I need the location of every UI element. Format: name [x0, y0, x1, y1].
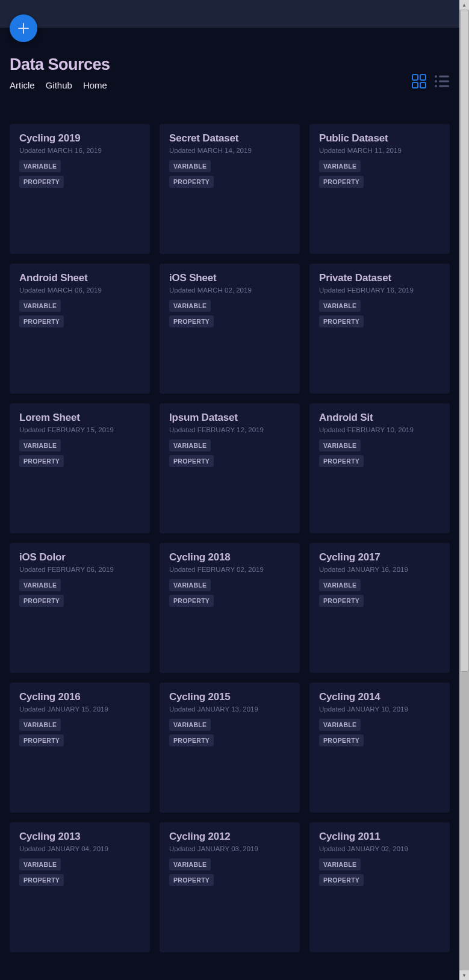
tag-variable: VARIABLE — [19, 439, 61, 451]
card-updated: Updated MARCH 16, 2019 — [19, 147, 140, 154]
data-source-card[interactable]: Cycling 2015Updated JANUARY 13, 2019VARI… — [160, 683, 300, 813]
vertical-scrollbar[interactable]: ▲ ▼ — [459, 0, 469, 980]
tag-variable: VARIABLE — [169, 160, 211, 172]
card-tags: VARIABLEPROPERTY — [169, 160, 290, 188]
data-source-card[interactable]: Cycling 2012Updated JANUARY 03, 2019VARI… — [160, 822, 300, 952]
card-title: Cycling 2016 — [19, 691, 140, 703]
tag-property: PROPERTY — [319, 874, 364, 886]
card-title: Public Dataset — [319, 132, 440, 144]
page-title: Data Sources — [10, 55, 110, 74]
card-tags: VARIABLEPROPERTY — [169, 300, 290, 327]
card-title: Android Sit — [319, 412, 440, 424]
data-source-card[interactable]: Cycling 2017Updated JANUARY 16, 2019VARI… — [309, 543, 450, 673]
svg-rect-7 — [439, 81, 449, 82]
data-source-card[interactable]: Secret DatasetUpdated MARCH 14, 2019VARI… — [160, 124, 300, 254]
data-source-card[interactable]: Public DatasetUpdated MARCH 11, 2019VARI… — [309, 124, 450, 254]
add-button[interactable] — [10, 14, 37, 42]
data-source-card[interactable]: Cycling 2016Updated JANUARY 15, 2019VARI… — [10, 683, 150, 813]
view-toggle — [411, 73, 450, 90]
card-grid: Cycling 2019Updated MARCH 16, 2019VARIAB… — [0, 90, 459, 962]
card-updated: Updated JANUARY 03, 2019 — [169, 845, 290, 852]
tag-variable: VARIABLE — [19, 719, 61, 731]
card-tags: VARIABLEPROPERTY — [319, 300, 440, 327]
svg-rect-9 — [439, 85, 449, 87]
card-title: iOS Dolor — [19, 551, 140, 563]
page-content: Data Sources ArticleGithubHome — [0, 0, 459, 980]
data-source-card[interactable]: Private DatasetUpdated FEBRUARY 16, 2019… — [309, 264, 450, 394]
grid-view-icon — [411, 73, 427, 89]
card-tags: VARIABLEPROPERTY — [19, 439, 140, 467]
tag-property: PROPERTY — [19, 595, 64, 607]
card-updated: Updated MARCH 11, 2019 — [319, 147, 440, 154]
data-source-card[interactable]: Cycling 2011Updated JANUARY 02, 2019VARI… — [309, 822, 450, 952]
card-title: Ipsum Dataset — [169, 412, 290, 424]
svg-point-4 — [435, 75, 437, 78]
tag-property: PROPERTY — [19, 176, 64, 188]
data-source-card[interactable]: Cycling 2018Updated FEBRUARY 02, 2019VAR… — [160, 543, 300, 673]
list-view-icon — [434, 75, 450, 88]
tag-property: PROPERTY — [169, 176, 214, 188]
scroll-down-button[interactable]: ▼ — [459, 970, 469, 980]
card-updated: Updated MARCH 06, 2019 — [19, 287, 140, 294]
card-tags: VARIABLEPROPERTY — [319, 579, 440, 607]
data-source-card[interactable]: iOS SheetUpdated MARCH 02, 2019VARIABLEP… — [160, 264, 300, 394]
card-tags: VARIABLEPROPERTY — [19, 858, 140, 886]
tag-property: PROPERTY — [169, 734, 214, 746]
tag-property: PROPERTY — [169, 874, 214, 886]
card-tags: VARIABLEPROPERTY — [19, 719, 140, 746]
card-title: Android Sheet — [19, 272, 140, 284]
data-source-card[interactable]: Android SitUpdated FEBRUARY 10, 2019VARI… — [309, 403, 450, 533]
card-title: Cycling 2019 — [19, 132, 140, 144]
tag-variable: VARIABLE — [19, 858, 61, 870]
card-title: Private Dataset — [319, 272, 440, 284]
page-header: Data Sources ArticleGithubHome — [0, 28, 459, 90]
card-updated: Updated FEBRUARY 06, 2019 — [19, 566, 140, 573]
nav-link[interactable]: Article — [10, 80, 35, 90]
tag-variable: VARIABLE — [169, 439, 211, 451]
svg-rect-5 — [439, 76, 449, 78]
card-tags: VARIABLEPROPERTY — [19, 300, 140, 327]
card-updated: Updated JANUARY 16, 2019 — [319, 566, 440, 573]
scroll-thumb[interactable] — [460, 10, 468, 672]
card-title: Cycling 2012 — [169, 831, 290, 843]
data-source-card[interactable]: Cycling 2014Updated JANUARY 10, 2019VARI… — [309, 683, 450, 813]
tag-property: PROPERTY — [169, 315, 214, 327]
tag-property: PROPERTY — [19, 874, 64, 886]
svg-rect-0 — [412, 75, 418, 80]
card-updated: Updated JANUARY 15, 2019 — [19, 706, 140, 713]
top-bar — [0, 0, 459, 28]
plus-icon — [18, 23, 29, 34]
data-source-card[interactable]: Cycling 2019Updated MARCH 16, 2019VARIAB… — [10, 124, 150, 254]
list-view-button[interactable] — [434, 75, 450, 88]
card-title: Cycling 2015 — [169, 691, 290, 703]
data-source-card[interactable]: Android SheetUpdated MARCH 06, 2019VARIA… — [10, 264, 150, 394]
nav-link[interactable]: Home — [83, 80, 107, 90]
tag-variable: VARIABLE — [19, 300, 61, 312]
data-source-card[interactable]: Lorem SheetUpdated FEBRUARY 15, 2019VARI… — [10, 403, 150, 533]
card-title: Cycling 2011 — [319, 831, 440, 843]
card-updated: Updated FEBRUARY 15, 2019 — [19, 426, 140, 433]
scroll-up-button[interactable]: ▲ — [459, 0, 469, 10]
card-tags: VARIABLEPROPERTY — [319, 858, 440, 886]
header-left: Data Sources ArticleGithubHome — [10, 55, 110, 90]
card-tags: VARIABLEPROPERTY — [169, 439, 290, 467]
card-updated: Updated JANUARY 04, 2019 — [19, 845, 140, 852]
card-updated: Updated MARCH 02, 2019 — [169, 287, 290, 294]
card-tags: VARIABLEPROPERTY — [169, 858, 290, 886]
tag-variable: VARIABLE — [169, 858, 211, 870]
svg-rect-3 — [420, 82, 426, 88]
card-updated: Updated FEBRUARY 02, 2019 — [169, 566, 290, 573]
data-source-card[interactable]: Ipsum DatasetUpdated FEBRUARY 12, 2019VA… — [160, 403, 300, 533]
data-source-card[interactable]: iOS DolorUpdated FEBRUARY 06, 2019VARIAB… — [10, 543, 150, 673]
data-source-card[interactable]: Cycling 2013Updated JANUARY 04, 2019VARI… — [10, 822, 150, 952]
card-updated: Updated JANUARY 02, 2019 — [319, 845, 440, 852]
tag-variable: VARIABLE — [319, 160, 361, 172]
card-updated: Updated FEBRUARY 16, 2019 — [319, 287, 440, 294]
grid-view-button[interactable] — [411, 73, 427, 89]
nav-link[interactable]: Github — [46, 80, 72, 90]
card-updated: Updated JANUARY 10, 2019 — [319, 706, 440, 713]
tag-variable: VARIABLE — [19, 160, 61, 172]
card-title: Secret Dataset — [169, 132, 290, 144]
tag-property: PROPERTY — [319, 176, 364, 188]
tag-property: PROPERTY — [19, 734, 64, 746]
